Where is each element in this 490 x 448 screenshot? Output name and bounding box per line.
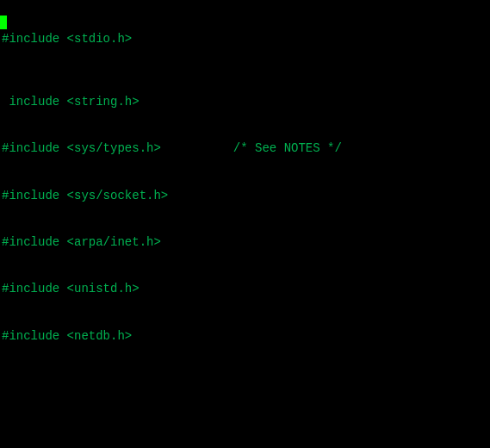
code-text: #include <sys/types.h> /* See NOTES */ [2, 141, 342, 155]
code-editor: #include <stdio.h> include <string.h> #i… [0, 0, 490, 448]
code-text: include <string.h> [2, 95, 140, 109]
code-text: #include <stdio.h> [2, 32, 132, 46]
include-line: #include <stdio.h> [2, 31, 488, 47]
code-text: #include <netdb.h> [2, 329, 132, 343]
include-line: include <string.h> [2, 94, 488, 109]
include-line: #include <arpa/inet.h> [2, 234, 488, 250]
code-text: #include <arpa/inet.h> [2, 235, 161, 249]
code-text: #include <sys/socket.h> [2, 189, 168, 202]
blank-line [2, 422, 488, 438]
text-cursor [0, 16, 7, 29]
include-line: #include <netdb.h> [2, 328, 488, 344]
include-line: #include <unistd.h> [2, 281, 488, 296]
include-line: #include <sys/socket.h> [2, 188, 488, 203]
blank-line [2, 375, 488, 390]
code-text: #include <unistd.h> [2, 282, 140, 296]
include-line: #include <sys/types.h> /* See NOTES */ [2, 140, 488, 156]
